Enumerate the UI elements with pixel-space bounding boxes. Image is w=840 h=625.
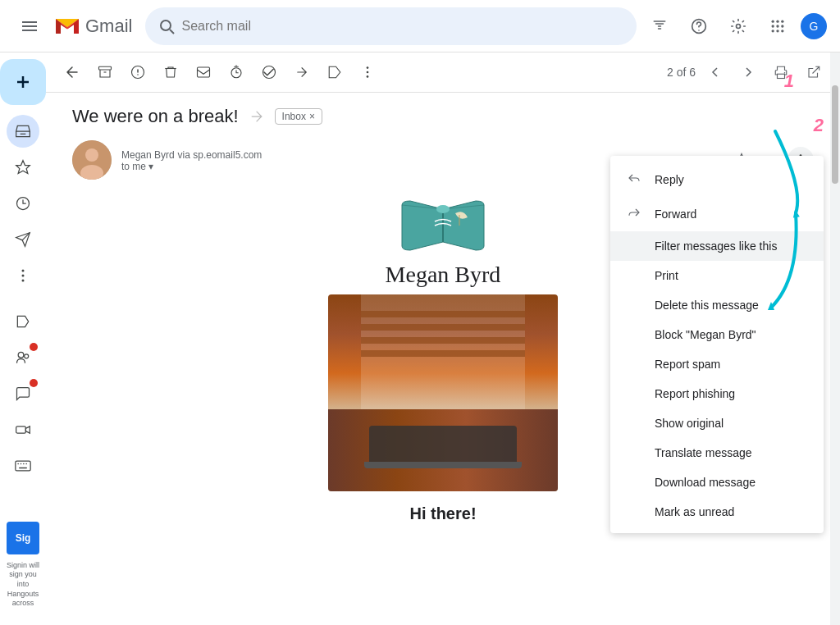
inbox-label[interactable]: Inbox × [275, 108, 322, 125]
sidebar-item-contacts[interactable] [7, 341, 39, 374]
menu-button[interactable] [13, 10, 46, 43]
svg-point-11 [781, 20, 783, 22]
svg-point-48 [85, 148, 98, 162]
svg-point-16 [776, 30, 778, 32]
svg-point-26 [25, 354, 29, 358]
reply-icon [627, 171, 641, 189]
menu-item-mark-unread[interactable]: Mark as unread [610, 497, 824, 527]
scrollbar-thumb[interactable] [832, 85, 838, 184]
chat-badge [30, 379, 38, 387]
move-button[interactable] [289, 59, 315, 85]
menu-item-print[interactable]: Print [610, 261, 824, 290]
apps-button[interactable] [761, 10, 794, 43]
svg-rect-0 [22, 21, 37, 23]
email-megan-byrd-header: Megan Byrd [386, 262, 501, 288]
inbox-label-text: Inbox [282, 111, 306, 122]
label-button[interactable] [322, 59, 348, 85]
menu-forward-label: Forward [655, 208, 696, 221]
gmail-logo: Gmail [52, 11, 132, 41]
sidebar-item-sent[interactable] [7, 223, 39, 256]
settings-button[interactable] [722, 10, 755, 43]
svg-marker-20 [16, 161, 30, 174]
menu-item-delete[interactable]: Delete this message [610, 290, 824, 320]
svg-rect-28 [16, 461, 30, 471]
menu-item-report-spam[interactable]: Report spam [610, 349, 824, 379]
email-toolbar: 2 of 6 [46, 52, 840, 93]
sender-to[interactable]: to me ▾ [121, 161, 613, 172]
menu-item-block[interactable]: Block "Megan Byrd" [610, 320, 824, 349]
more-toolbar-button[interactable] [354, 59, 381, 85]
sidebar-item-more[interactable] [7, 259, 39, 292]
next-email-button[interactable] [735, 59, 761, 85]
filter-button[interactable] [643, 10, 676, 43]
context-menu: Reply Forward Filter messages like this … [610, 156, 824, 533]
sender-name: Megan Byrd via sp.eomail5.com [121, 148, 613, 161]
contacts-badge [30, 343, 38, 351]
svg-point-17 [781, 30, 783, 32]
menu-phishing-label: Report phishing [655, 387, 735, 400]
report-button[interactable] [125, 59, 151, 85]
menu-item-translate[interactable]: Translate message [610, 438, 824, 468]
svg-point-25 [18, 352, 24, 358]
menu-item-download[interactable]: Download message [610, 468, 824, 497]
search-input[interactable] [181, 19, 623, 34]
print-button[interactable] [768, 59, 794, 85]
prev-email-button[interactable] [702, 59, 728, 85]
sidebar-item-snoozed[interactable] [7, 187, 39, 220]
subject-arrow-icon [249, 108, 265, 125]
menu-item-forward[interactable]: Forward [610, 197, 824, 231]
user-avatar[interactable]: G [801, 13, 827, 39]
search-bar[interactable] [145, 7, 637, 45]
svg-point-22 [22, 270, 25, 272]
compose-button[interactable] [0, 59, 46, 105]
sender-info: Megan Byrd via sp.eomail5.com to me ▾ [121, 148, 613, 172]
menu-unread-label: Mark as unread [655, 505, 734, 518]
pagination-text: 2 of 6 [667, 66, 696, 79]
svg-line-46 [813, 66, 819, 73]
back-button[interactable] [59, 59, 85, 85]
gmail-logo-text: Gmail [85, 16, 132, 37]
sidebar: Sig Signin will sign you into Hangouts a… [0, 52, 46, 625]
sidebar-item-keyboard[interactable] [7, 449, 39, 482]
snooze-button[interactable] [223, 59, 249, 85]
svg-rect-38 [198, 67, 210, 77]
sidebar-item-chat[interactable] [7, 377, 39, 410]
svg-point-8 [737, 24, 741, 28]
menu-spam-label: Report spam [655, 358, 720, 371]
inbox-label-close[interactable]: × [309, 111, 315, 122]
toolbar-pagination: 2 of 6 [667, 59, 827, 85]
email-photo [328, 294, 558, 491]
svg-point-43 [367, 75, 369, 78]
help-button[interactable] [682, 10, 715, 43]
sidebar-item-hangouts[interactable]: Sig [7, 522, 39, 554]
email-subject-title: We were on a break! [72, 106, 239, 127]
email-subject-row: We were on a break! Inbox × [72, 106, 814, 127]
menu-item-show-original[interactable]: Show original [610, 408, 824, 438]
svg-point-13 [776, 25, 778, 27]
menu-reply-label: Reply [655, 173, 684, 186]
menu-filter-label: Filter messages like this [655, 240, 777, 253]
done-button[interactable] [256, 59, 282, 85]
archive-button[interactable] [92, 59, 118, 85]
sidebar-item-inbox[interactable] [7, 115, 39, 148]
menu-item-reply[interactable]: Reply [610, 162, 824, 197]
svg-point-41 [367, 66, 369, 69]
svg-point-9 [772, 20, 774, 22]
svg-point-14 [781, 25, 783, 27]
svg-rect-2 [22, 30, 37, 31]
svg-point-15 [772, 30, 774, 32]
menu-item-filter[interactable]: Filter messages like this [610, 231, 824, 261]
sidebar-item-video[interactable] [7, 413, 39, 446]
menu-delete-label: Delete this message [655, 299, 759, 312]
sidebar-item-starred[interactable] [7, 151, 39, 184]
svg-point-7 [698, 30, 700, 31]
svg-point-45 [784, 72, 786, 74]
svg-line-5 [170, 30, 174, 34]
svg-point-42 [367, 71, 369, 74]
delete-button[interactable] [158, 59, 184, 85]
menu-item-report-phishing[interactable]: Report phishing [610, 379, 824, 408]
sidebar-item-label[interactable] [7, 305, 39, 338]
open-in-new-button[interactable] [801, 59, 827, 85]
menu-original-label: Show original [655, 417, 724, 430]
mark-button[interactable] [190, 59, 217, 85]
